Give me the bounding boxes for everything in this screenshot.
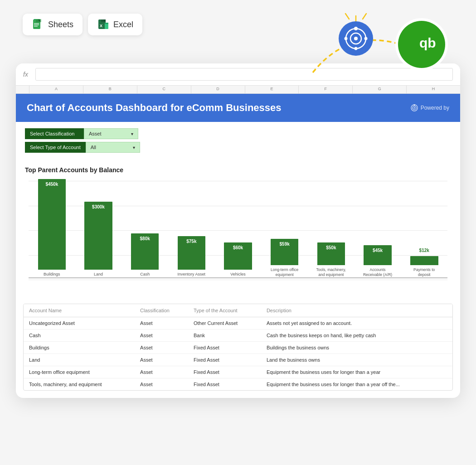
bar-ar: $45k AccountsReceivable (A/R) (355, 245, 401, 277)
svg-line-20 (345, 14, 349, 19)
table-row: BuildingsAssetFixed AssetBuildings the b… (24, 342, 452, 354)
bar-vehicles: $60k Vehicles (215, 242, 262, 277)
excel-tab[interactable]: X Excel (88, 14, 142, 35)
bar-longterm-office: $59k Long-term officeequipment (261, 239, 308, 277)
bar-buildings: $450k Buildings (29, 179, 75, 277)
table-cell: Asset (135, 342, 188, 354)
table-cell: Buildings (24, 342, 135, 354)
bar-ar-label: $45k (373, 248, 383, 253)
bar-cash-name: Cash (140, 272, 150, 277)
bar-payments-name: Payments todeposit (413, 267, 435, 277)
bar-tools: $50k Tools, machinery,and equipment (308, 242, 355, 277)
main-card: fx A B C D E F G H Chart of Accounts Das… (16, 63, 460, 398)
table-cell: Long-term office equipment (24, 366, 135, 378)
table-cell: Asset (135, 329, 188, 342)
svg-point-28 (355, 47, 358, 50)
filter-classification: Select Classification Asset ▾ (25, 128, 451, 139)
sheets-tab[interactable]: Sheets (23, 14, 83, 35)
table-cell: Other Current Asset (188, 317, 261, 329)
table-cell: Cash (24, 329, 135, 342)
chart-title: Top Parent Accounts by Balance (25, 166, 451, 174)
bar-cash: $80k Cash (121, 233, 168, 277)
bar-vehicles-label: $60k (233, 245, 243, 250)
table-row: Uncategorized AssetAssetOther Current As… (24, 317, 452, 329)
powered-by: Powered by (411, 104, 449, 111)
dropdown-arrow-account-type: ▾ (133, 145, 135, 150)
svg-rect-10 (34, 24, 39, 25)
dashboard: Chart of Accounts Dashboard for eComm Bu… (16, 94, 460, 391)
table-cell: Fixed Asset (188, 366, 261, 378)
table-cell: Cash the business keeps on hand, like pe… (261, 329, 452, 342)
table-cell: Tools, machinery, and equipment (24, 378, 135, 391)
table-cell: Asset (135, 317, 188, 329)
filter-classification-value[interactable]: Asset ▾ (84, 128, 138, 139)
table-cell: Buildings the business owns (261, 342, 452, 354)
table-header-row: Account Name Classification Type of the … (24, 304, 452, 317)
chart-section: Top Parent Accounts by Balance (16, 159, 460, 304)
table-row: CashAssetBankCash the business keeps on … (24, 329, 452, 342)
filter-classification-label: Select Classification (25, 128, 84, 139)
bar-ar-name: AccountsReceivable (A/R) (363, 267, 392, 277)
svg-point-27 (345, 37, 348, 40)
svg-point-26 (364, 37, 368, 40)
bar-inventory: $75k Inventory Asset (168, 236, 215, 277)
table-cell: Fixed Asset (188, 342, 261, 354)
bar-tools-name: Tools, machinery,and equipment (316, 267, 346, 277)
dashed-arrow-svg: qb (286, 9, 458, 86)
filter-account-type: Select Type of Account All ▾ (25, 142, 451, 153)
bar-land-label: $300k (92, 204, 105, 209)
excel-tab-label: Excel (113, 20, 133, 29)
filters-area: Select Classification Asset ▾ Select Typ… (16, 122, 460, 159)
svg-line-19 (363, 14, 366, 19)
app-tabs: Sheets X Excel (23, 14, 142, 35)
bar-longterm-office-label: $59k (280, 242, 290, 247)
svg-text:qb: qb (419, 35, 436, 50)
table-cell: Bank (188, 329, 261, 342)
table-row: Tools, machinery, and equipmentAssetFixe… (24, 378, 452, 391)
bar-land: $300k Land (75, 202, 122, 277)
col-classification: Classification (135, 304, 188, 317)
dashboard-title: Chart of Accounts Dashboard for eComm Bu… (27, 102, 282, 114)
bar-tools-label: $50k (326, 245, 336, 250)
bar-buildings-label: $450k (45, 182, 58, 187)
svg-point-34 (413, 107, 415, 109)
bar-payments-label: $12k (419, 248, 429, 253)
table-cell: Asset (135, 366, 188, 378)
bar-longterm-office-name: Long-term officeequipment (271, 267, 298, 277)
table-row: LandAssetFixed AssetLand the business ow… (24, 354, 452, 366)
outer-container: Sheets X Excel (0, 0, 476, 465)
bar-inventory-label: $75k (186, 239, 196, 244)
bar-cash-label: $80k (140, 236, 150, 241)
col-description: Description (261, 304, 452, 317)
table-cell: Assets not yet assigned to an account. (261, 317, 452, 329)
sheets-tab-label: Sheets (48, 20, 73, 29)
bar-inventory-name: Inventory Asset (178, 272, 206, 277)
excel-icon: X (97, 18, 110, 31)
fx-label: fx (23, 71, 28, 78)
table-cell: Equipment the business uses for longer t… (261, 366, 452, 378)
bar-vehicles-name: Vehicles (230, 272, 246, 277)
table-row: Long-term office equipmentAssetFixed Ass… (24, 366, 452, 378)
table-cell: Equipment the business uses for longer t… (261, 378, 452, 391)
bar-land-name: Land (94, 272, 103, 277)
table-cell: Asset (135, 354, 188, 366)
table-cell: Uncategorized Asset (24, 317, 135, 329)
table-cell: Land (24, 354, 135, 366)
dropdown-arrow-classification: ▾ (131, 131, 133, 136)
col-account-name: Account Name (24, 304, 135, 317)
filter-account-type-label: Select Type of Account (25, 142, 86, 153)
svg-rect-11 (34, 26, 38, 27)
filter-account-type-value[interactable]: All ▾ (86, 142, 140, 153)
table-cell: Fixed Asset (188, 354, 261, 366)
dashboard-header: Chart of Accounts Dashboard for eComm Bu… (16, 94, 460, 122)
svg-rect-16 (105, 23, 108, 24)
powered-by-icon (411, 104, 418, 111)
svg-point-24 (354, 37, 358, 40)
table-cell: Land the business owns (261, 354, 452, 366)
sheets-icon (32, 18, 44, 31)
table-cell: Fixed Asset (188, 378, 261, 391)
accounts-table: Account Name Classification Type of the … (23, 304, 453, 391)
svg-point-25 (354, 27, 358, 30)
table-cell: Asset (135, 378, 188, 391)
svg-point-35 (413, 104, 415, 106)
